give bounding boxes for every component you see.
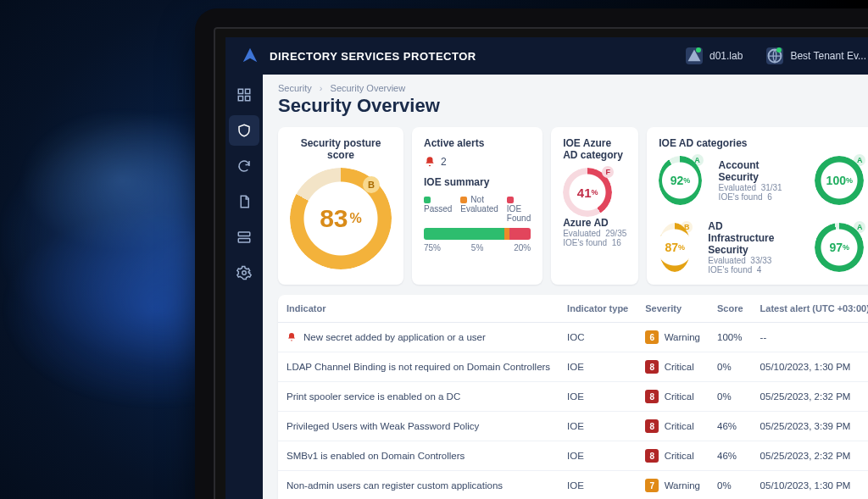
org-name: d01.lab xyxy=(709,50,743,62)
category-ring: B 87% xyxy=(659,223,691,272)
latest-alert-cell: -- xyxy=(752,323,868,352)
card-alerts: Active alerts 2 IOE summary Passed Not E… xyxy=(412,127,542,285)
indicator-name: SMBv1 is enabled on Domain Controllers xyxy=(287,451,465,461)
svg-rect-1 xyxy=(238,89,242,93)
ad-category-item[interactable]: A 92% Account Security Evaluated 31/31 I… xyxy=(659,156,791,205)
sidebar-item-dashboard[interactable] xyxy=(229,80,259,110)
alerts-title: Active alerts xyxy=(424,137,531,149)
severity-text: Critical xyxy=(665,362,694,372)
breadcrumb: Security › Security Overview xyxy=(263,75,868,93)
tenant-name: Best Tenant Ev... xyxy=(790,50,866,62)
score-cell: 46% xyxy=(709,412,752,441)
category-ring: A 100% xyxy=(815,156,864,205)
column-header[interactable]: Indicator type xyxy=(559,295,637,323)
indicator-name: New secret added by application or a use… xyxy=(303,332,486,342)
table-row[interactable]: New secret added by application or a use… xyxy=(278,323,868,352)
severity-text: Critical xyxy=(665,451,694,461)
severity-badge: 6 xyxy=(645,330,659,344)
ad-category-item[interactable]: A 97% Kerb Evaluated IOE xyxy=(815,220,868,274)
svg-rect-3 xyxy=(238,97,242,101)
severity-text: Critical xyxy=(665,391,694,402)
app-logo-icon xyxy=(241,47,259,65)
severity-badge: 7 xyxy=(645,479,659,492)
bell-icon xyxy=(287,332,297,342)
sidebar-item-security[interactable] xyxy=(229,115,259,146)
indicator-name: Privileged Users with Weak Password Poli… xyxy=(287,421,479,431)
sidebar-item-settings[interactable] xyxy=(229,258,259,288)
sidebar xyxy=(225,75,263,499)
page-title: Security Overview xyxy=(263,93,868,127)
indicator-type: IOE xyxy=(559,382,637,412)
latest-alert-cell: 05/25/2023, 2:32 PM xyxy=(752,382,868,412)
svg-rect-6 xyxy=(238,239,250,243)
card-azure: IOE Azure AD category F 41% Azure AD Eva… xyxy=(551,127,638,285)
content: Security › Security Overview Security Ov… xyxy=(263,75,868,499)
severity-badge: 8 xyxy=(645,360,659,374)
card-ad-categories: IOE AD categories A 92% Account Security… xyxy=(647,127,868,285)
score-cell: 0% xyxy=(709,352,752,382)
indicator-type: IOE xyxy=(559,441,637,471)
azure-title: IOE Azure AD category xyxy=(563,137,626,161)
svg-rect-5 xyxy=(238,232,250,236)
ioe-legend: Passed Not Evaluated IOE Found xyxy=(424,195,531,223)
ioe-summary-title: IOE summary xyxy=(424,176,531,188)
category-name: AD Infrastructure Security xyxy=(708,220,791,256)
crumb-current: Security Overview xyxy=(331,83,406,93)
column-header[interactable]: Latest alert (UTC +03:00) xyxy=(752,295,868,323)
svg-rect-4 xyxy=(246,97,250,101)
svg-point-7 xyxy=(242,271,247,275)
category-ring: A 97% xyxy=(815,223,864,272)
bell-icon xyxy=(424,156,436,168)
org-switch-tenant[interactable]: Best Tenant Ev... xyxy=(760,44,868,68)
table-row[interactable]: Privileged Users with Weak Password Poli… xyxy=(278,412,868,441)
topbar: DIRECTORY SERVICES PROTECTOR d01.lab Bes… xyxy=(225,37,868,75)
latest-alert-cell: 05/25/2023, 2:32 PM xyxy=(752,441,868,471)
table-row[interactable]: SMBv1 is enabled on Domain Controllers I… xyxy=(278,441,868,471)
indicator-type: IOE xyxy=(559,352,637,382)
indicator-name: Non-admin users can register custom appl… xyxy=(287,480,503,491)
indicator-type: IOE xyxy=(559,471,637,500)
table-row[interactable]: Print spooler service is enabled on a DC… xyxy=(278,382,868,412)
column-header[interactable]: Severity xyxy=(637,295,709,323)
ad-category-item[interactable]: B 87% AD Infrastructure Security Evaluat… xyxy=(659,220,791,274)
ad-category-item[interactable]: A 100% Gro Evaluated Eval xyxy=(815,156,868,205)
azure-ring: F 41% xyxy=(563,168,612,217)
latest-alert-cell: 05/10/2023, 1:30 PM xyxy=(752,471,868,500)
table-row[interactable]: Non-admin users can register custom appl… xyxy=(278,471,868,500)
indicator-name: LDAP Channel Binding is not required on … xyxy=(287,362,550,372)
sidebar-item-reports[interactable] xyxy=(229,186,259,217)
latest-alert-cell: 05/25/2023, 3:39 PM xyxy=(752,412,868,441)
column-header[interactable]: Indicator xyxy=(278,295,559,323)
category-name: Account Security xyxy=(719,159,792,183)
org-switch-d01[interactable]: d01.lab xyxy=(679,44,749,68)
posture-ring: B 83% xyxy=(290,168,392,269)
severity-badge: 8 xyxy=(645,390,659,403)
severity-text: Warning xyxy=(665,332,700,342)
adcats-title: IOE AD categories xyxy=(659,137,868,149)
chevron-right-icon: › xyxy=(320,83,323,93)
category-ring: A 92% xyxy=(659,156,701,205)
indicators-table: IndicatorIndicator typeSeverityScoreLate… xyxy=(278,295,868,499)
severity-text: Critical xyxy=(665,421,694,431)
score-cell: 0% xyxy=(709,382,752,412)
indicator-name: Print spooler service is enabled on a DC xyxy=(287,391,460,402)
table-row[interactable]: LDAP Channel Binding is not required on … xyxy=(278,352,868,382)
latest-alert-cell: 05/10/2023, 1:30 PM xyxy=(752,352,868,382)
sidebar-item-refresh[interactable] xyxy=(229,151,259,181)
app-brand: DIRECTORY SERVICES PROTECTOR xyxy=(270,50,476,63)
score-cell: 0% xyxy=(709,471,752,500)
score-cell: 46% xyxy=(709,441,752,471)
svg-rect-2 xyxy=(246,89,250,93)
score-cell: 100% xyxy=(709,323,752,352)
ioe-bar xyxy=(424,228,531,240)
posture-title: Security posture score xyxy=(290,137,392,161)
indicator-type: IOE xyxy=(559,412,637,441)
posture-score: 83 xyxy=(320,204,348,233)
crumb-root[interactable]: Security xyxy=(278,83,312,93)
column-header[interactable]: Score xyxy=(709,295,752,323)
severity-badge: 8 xyxy=(645,419,659,433)
sidebar-item-servers[interactable] xyxy=(229,222,259,252)
severity-badge: 8 xyxy=(645,449,659,463)
severity-text: Warning xyxy=(665,480,700,491)
card-posture: Security posture score B 83% xyxy=(278,127,403,285)
